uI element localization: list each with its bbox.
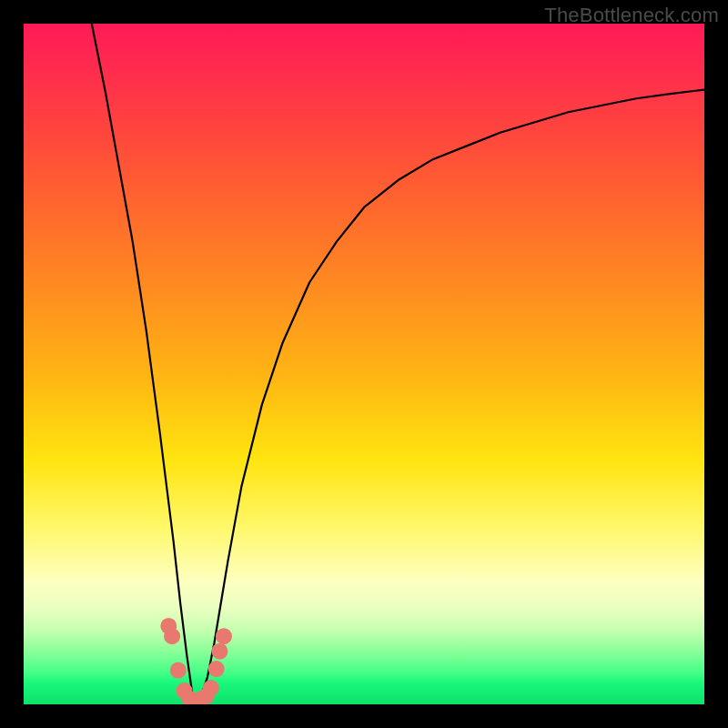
chart-svg — [24, 24, 704, 704]
highlight-point — [164, 628, 180, 644]
highlight-point — [211, 643, 228, 660]
chart-frame: TheBottleneck.com — [0, 0, 728, 728]
highlight-point — [170, 662, 187, 679]
watermark-text: TheBottleneck.com — [544, 4, 719, 27]
highlight-point — [216, 628, 232, 644]
plot-area — [24, 24, 704, 704]
highlight-point — [203, 680, 219, 696]
highlight-points-group — [160, 618, 232, 704]
bottleneck-curve — [92, 24, 704, 704]
highlight-point — [208, 661, 225, 677]
